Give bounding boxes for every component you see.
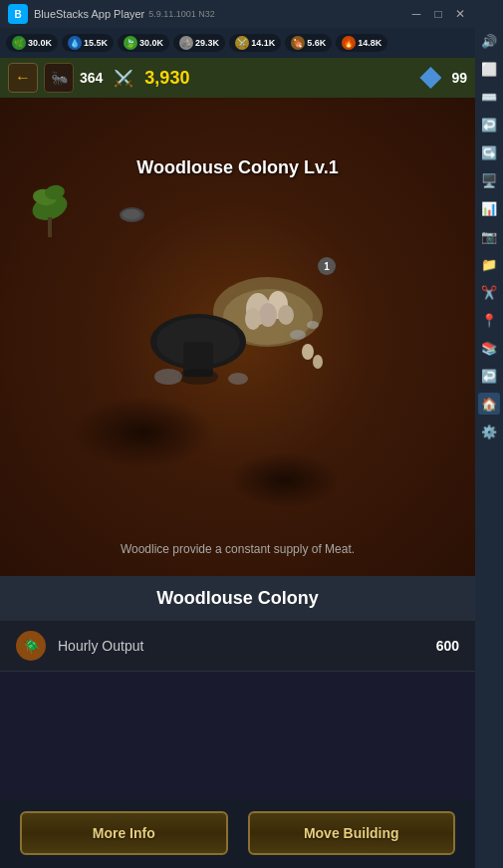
resource-item-2[interactable]: 💧 15.5K [62, 34, 114, 52]
svg-point-21 [313, 355, 323, 369]
svg-point-10 [278, 305, 294, 325]
back-button[interactable]: ← [8, 63, 38, 93]
resource-value-6: 5.6K [307, 38, 326, 48]
resource-value-7: 14.8K [358, 38, 381, 48]
svg-point-17 [178, 369, 218, 385]
svg-point-20 [302, 344, 314, 360]
move-building-button[interactable]: Move Building [248, 811, 456, 855]
fire-icon: 🔥 [342, 36, 356, 50]
resource-item-7[interactable]: 🔥 14.8K [336, 34, 387, 52]
plant-icon: 🍃 [124, 36, 137, 50]
diamond-icon [419, 67, 441, 89]
bluestacks-title: BlueStacks App Player [34, 8, 144, 20]
stone-icon: 🪨 [179, 36, 193, 50]
gold-value: 3,930 [144, 68, 189, 89]
resource-item-6[interactable]: 🍖 5.6K [285, 34, 332, 52]
sidebar-camera-icon[interactable]: 📷 [478, 225, 500, 247]
svg-point-19 [228, 373, 248, 385]
description-text: Woodlice provide a constant supply of Me… [0, 542, 475, 556]
svg-rect-3 [48, 217, 52, 237]
sword-icon: ⚔️ [235, 36, 249, 50]
svg-point-18 [154, 369, 182, 385]
resource-bar: 🌿 30.0K 💧 15.5K 🍃 30.0K 🪨 29.3K ⚔️ 14.1K… [0, 28, 475, 58]
game-area[interactable]: Woodlouse Colony Lv.1 [0, 98, 475, 576]
window-controls: ─ □ ✕ [409, 7, 467, 21]
bluestacks-bar: B BlueStacks App Player 5.9.11.1001 N32 … [0, 0, 475, 28]
ant-score: 364 [80, 70, 103, 86]
sidebar-keyboard-icon[interactable]: ⌨️ [478, 86, 500, 108]
resource-item-1[interactable]: 🌿 30.0K [6, 34, 58, 52]
resource-item-3[interactable]: 🍃 30.0K [118, 34, 169, 52]
bluestacks-version: 5.9.11.1001 N32 [148, 9, 215, 19]
sidebar-back-icon[interactable]: ↩️ [478, 365, 500, 387]
resource-item-5[interactable]: ⚔️ 14.1K [229, 34, 281, 52]
minimize-button[interactable]: ─ [409, 7, 423, 21]
diamond-value: 99 [451, 70, 467, 86]
right-sidebar: 🔊 ⬜ ⌨️ ↩️ ↪️ 🖥️ 📊 📷 📁 ✂️ 📍 📚 ↩️ 🏠 ⚙️ [475, 0, 503, 868]
sidebar-folder-icon[interactable]: 📁 [478, 253, 500, 275]
more-info-button[interactable]: More Info [20, 811, 228, 855]
leaf-icon: 🌿 [12, 36, 26, 50]
resource-value-2: 15.5K [84, 38, 108, 48]
sidebar-redo-icon[interactable]: ↪️ [478, 142, 500, 163]
sidebar-stats-icon[interactable]: 📊 [478, 197, 500, 219]
woodlice-icon [120, 207, 144, 222]
info-header: Woodlouse Colony [0, 576, 475, 621]
info-panel: Woodlouse Colony 🪲 Hourly Output 600 [0, 576, 475, 672]
swords-icon: ⚔️ [109, 63, 138, 93]
resource-value-4: 29.3K [195, 38, 219, 48]
sidebar-device-icon[interactable]: 🖥️ [478, 169, 500, 191]
buttons-area: More Info Move Building [0, 798, 475, 868]
hourly-output-value: 600 [436, 638, 459, 654]
svg-point-8 [259, 303, 277, 327]
woodlice-row-icon: 🪲 [16, 631, 46, 661]
game-nav: ← 🐜 364 ⚔️ 3,930 99 [0, 58, 475, 98]
svg-point-12 [290, 330, 306, 340]
resource-value-3: 30.0K [139, 38, 163, 48]
colony-visual [138, 237, 338, 397]
bluestacks-logo: B [8, 4, 28, 24]
sidebar-screen-icon[interactable]: ⬜ [478, 58, 500, 80]
svg-point-13 [307, 321, 319, 329]
maximize-button[interactable]: □ [431, 7, 445, 21]
plant-decoration-left [30, 177, 70, 237]
ant-icon[interactable]: 🐜 [44, 63, 74, 93]
info-title: Woodlouse Colony [156, 588, 319, 608]
resource-item-4[interactable]: 🪨 29.3K [173, 34, 225, 52]
svg-point-9 [245, 308, 261, 330]
info-row-hourly-output: 🪲 Hourly Output 600 [0, 621, 475, 672]
game-background: Woodlouse Colony Lv.1 [0, 98, 475, 576]
sidebar-settings-icon[interactable]: ⚙️ [478, 421, 500, 442]
sidebar-sound-icon[interactable]: 🔊 [478, 30, 500, 52]
sidebar-location-icon[interactable]: 📍 [478, 309, 500, 331]
sidebar-home-icon[interactable]: 🏠 [478, 393, 500, 415]
sidebar-layers-icon[interactable]: 📚 [478, 337, 500, 359]
svg-point-23 [123, 209, 140, 219]
hourly-output-label: Hourly Output [58, 638, 436, 654]
resource-value-5: 14.1K [251, 38, 275, 48]
resource-value-1: 30.0K [28, 38, 52, 48]
level-badge: 1 [318, 257, 336, 275]
water-icon: 💧 [68, 36, 82, 50]
sidebar-scissors-icon[interactable]: ✂️ [478, 281, 500, 303]
meat-icon: 🍖 [291, 36, 305, 50]
building-name: Woodlouse Colony Lv.1 [0, 157, 475, 178]
sidebar-undo-icon[interactable]: ↩️ [478, 114, 500, 136]
close-button[interactable]: ✕ [453, 7, 467, 21]
